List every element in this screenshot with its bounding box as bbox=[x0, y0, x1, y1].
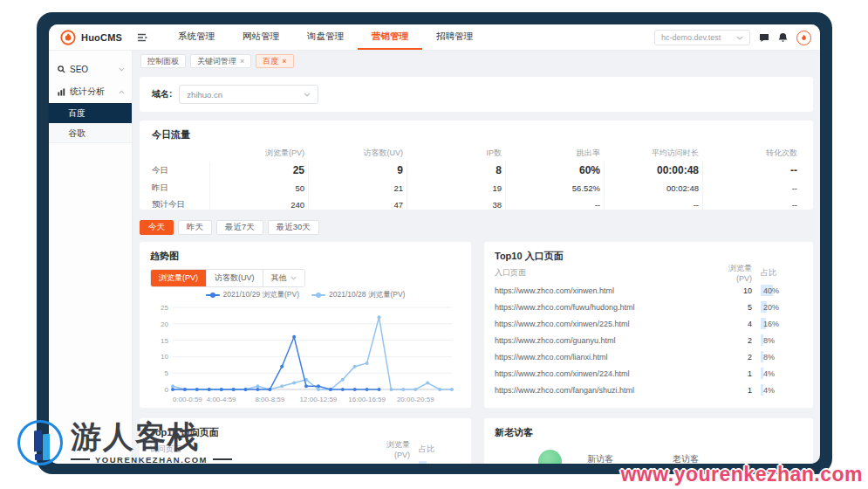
metric-button-label: 其他 bbox=[271, 272, 287, 284]
nav-item-marketing[interactable]: 营销管理 bbox=[358, 24, 422, 50]
domain-select[interactable]: zhihuo.cn bbox=[179, 85, 318, 104]
svg-text:20: 20 bbox=[161, 320, 168, 328]
nav-item-recruit[interactable]: 招聘管理 bbox=[422, 24, 487, 50]
close-tab-icon[interactable]: × bbox=[282, 58, 286, 65]
ratio-bar: 8% bbox=[761, 351, 792, 362]
sidebar-group-statistics[interactable]: 统计分析 bbox=[49, 80, 132, 103]
table-row: https://www.zhco.com/lianxi.html 2 8% bbox=[495, 348, 803, 365]
pv-value: 2 bbox=[715, 353, 761, 362]
cell-value: 60% bbox=[505, 162, 604, 180]
metric-button-pv[interactable]: 浏览量(PV) bbox=[151, 270, 206, 286]
visitors-title: 新老访客 bbox=[495, 426, 803, 439]
ratio-bar: 40% bbox=[761, 285, 792, 296]
top-entry-pages-card: Top10 入口页面 入口页面 浏览量(PV) 占比 https://www.z… bbox=[484, 242, 813, 408]
pv-value: 2 bbox=[715, 336, 761, 345]
page-url[interactable]: https://www.zhco.com/fangan/shuzi.html bbox=[495, 386, 715, 395]
tab-keywords[interactable]: 关键词管理 × bbox=[190, 54, 251, 68]
sidebar-item-google[interactable]: 谷歌 bbox=[49, 123, 132, 143]
ratio-bar: 4% bbox=[761, 384, 792, 396]
range-tab-today[interactable]: 今天 bbox=[140, 220, 174, 235]
content-scroll[interactable]: 域名: zhihuo.cn 今日流量 浏览量(PV) bbox=[133, 72, 820, 464]
legend-label: 2021/10/29 浏览量(PV) bbox=[223, 290, 299, 300]
row-label: 昨日 bbox=[152, 183, 209, 194]
bell-icon[interactable] bbox=[778, 32, 788, 43]
metric-button-uv[interactable]: 访客数(UV) bbox=[206, 270, 263, 286]
visitors-pie-chart bbox=[538, 450, 562, 464]
cell-value: 21 bbox=[308, 180, 407, 196]
col-uv: 访客数(UV) bbox=[308, 148, 407, 159]
user-avatar[interactable] bbox=[796, 31, 811, 45]
watermark-subtitle: YOURENKEZHAN.COM bbox=[71, 455, 232, 465]
metric-button-other[interactable]: 其他 bbox=[263, 270, 304, 286]
cell-value: 8 bbox=[407, 162, 505, 180]
pv-value: 10 bbox=[715, 286, 761, 295]
ratio-value: 8% bbox=[761, 353, 775, 362]
cell-value: 25 bbox=[209, 162, 308, 180]
ratio-bar: 16% bbox=[761, 318, 792, 329]
col-bounce: 跳出率 bbox=[505, 148, 604, 159]
ratio-bar: 4% bbox=[761, 368, 792, 379]
page-url[interactable]: https://www.zhco.com/xinwen.html bbox=[495, 286, 715, 295]
svg-text:25: 25 bbox=[161, 304, 168, 312]
nav-item-website[interactable]: 网站管理 bbox=[229, 24, 293, 50]
col-pv: 浏览量(PV) bbox=[715, 263, 761, 283]
col-pv: 浏览量(PV) bbox=[373, 439, 419, 459]
trend-line-chart: 05101520250:00-0:594:00-4:598:00-8:5912:… bbox=[150, 300, 461, 407]
sidebar-group-seo[interactable]: SEO bbox=[49, 58, 132, 80]
watermark-url: www.yourenkezhan.com bbox=[620, 463, 863, 486]
chart-legend: 2021/10/29 浏览量(PV) 2021/10/28 浏览量(PV) bbox=[150, 290, 461, 300]
brand-name: HuoCMS bbox=[81, 32, 122, 43]
site-select[interactable]: hc-demo.dev.test bbox=[654, 30, 750, 45]
device-frame: HuoCMS 系统管理 网站管理 询盘管理 营销管理 招聘管理 hc-demo.… bbox=[37, 12, 832, 474]
ratio-value: 40% bbox=[761, 286, 779, 295]
ratio-bar: 24% bbox=[419, 461, 450, 464]
watermark-logo: 游人客栈 YOURENKEZHAN.COM bbox=[17, 420, 232, 465]
cell-value: 00:00:48 bbox=[604, 162, 702, 180]
table-row: https://www.zhco.com/fuwu/hudong.html 5 … bbox=[495, 299, 803, 315]
cell-value: 240 bbox=[209, 196, 308, 213]
col-ratio: 占比 bbox=[419, 444, 461, 455]
ratio-bar: 8% bbox=[761, 334, 792, 346]
trend-title: 趋势图 bbox=[150, 250, 461, 263]
ratio-value: 4% bbox=[761, 369, 775, 378]
range-tab-7days[interactable]: 最近7天 bbox=[216, 220, 263, 235]
sidebar-collapse-icon[interactable] bbox=[134, 24, 152, 50]
open-tabs-strip: 控制面板 关键词管理 × 百度 × bbox=[133, 51, 820, 72]
message-icon[interactable] bbox=[759, 33, 769, 43]
watermark-domain: YOURENKEZHAN.COM bbox=[95, 455, 208, 465]
page-url[interactable]: https://www.zhco.com/xinwen/225.html bbox=[495, 320, 715, 328]
legend-item-yesterday[interactable]: 2021/10/28 浏览量(PV) bbox=[311, 290, 405, 300]
range-tab-30days[interactable]: 最近30天 bbox=[268, 220, 319, 235]
page-url[interactable]: https://www.zhco.com/guanyu.html bbox=[495, 336, 715, 345]
trend-chart-card: 趋势图 浏览量(PV) 访客数(UV) 其他 bbox=[140, 242, 471, 408]
table-header-row: 入口页面 浏览量(PV) 占比 bbox=[495, 263, 803, 282]
chevron-down-icon bbox=[736, 36, 743, 40]
sidebar-item-baidu[interactable]: 百度 bbox=[49, 103, 132, 123]
chevron-down-icon bbox=[290, 276, 297, 280]
svg-text:8:00-8:59: 8:00-8:59 bbox=[255, 396, 284, 403]
legend-item-today[interactable]: 2021/10/29 浏览量(PV) bbox=[206, 290, 299, 300]
ratio-value: 20% bbox=[761, 303, 779, 312]
nav-item-system[interactable]: 系统管理 bbox=[164, 24, 229, 50]
table-row: https://www.zhco.com/xinwen/224.html 1 4… bbox=[495, 365, 803, 382]
col-duration: 平均访问时长 bbox=[604, 148, 702, 159]
main-area: 控制面板 关键词管理 × 百度 × 域名: bbox=[133, 51, 820, 464]
chevron-down-icon bbox=[304, 93, 311, 97]
tab-baidu[interactable]: 百度 × bbox=[256, 54, 293, 68]
legend-new-visitors: 新访客 bbox=[587, 453, 613, 464]
watermark-title: 游人客栈 bbox=[71, 420, 232, 454]
cell-value: 38 bbox=[407, 196, 505, 213]
cell-value: 19 bbox=[407, 180, 505, 196]
table-row: https://www.zhco.com/fangan/shuzi.html 1… bbox=[495, 382, 803, 398]
close-tab-icon[interactable]: × bbox=[240, 58, 244, 65]
range-tab-yesterday[interactable]: 昨天 bbox=[178, 220, 212, 235]
today-traffic-card: 今日流量 浏览量(PV) 访客数(UV) IP数 跳出率 平均访问时长 转化次数 bbox=[140, 121, 813, 210]
page-url[interactable]: https://www.zhco.com/lianxi.html bbox=[495, 353, 715, 362]
page-url[interactable]: https://www.zhco.com/fuwu/hudong.html bbox=[495, 303, 715, 312]
main-nav: 系统管理 网站管理 询盘管理 营销管理 招聘管理 bbox=[164, 24, 487, 50]
page-url[interactable]: https://www.zhco.com/xinwen/224.html bbox=[495, 369, 715, 378]
tab-dashboard[interactable]: 控制面板 bbox=[140, 54, 186, 68]
cell-value: -- bbox=[604, 196, 702, 213]
cell-value: 47 bbox=[308, 196, 407, 213]
nav-item-inquiry[interactable]: 询盘管理 bbox=[293, 24, 358, 50]
